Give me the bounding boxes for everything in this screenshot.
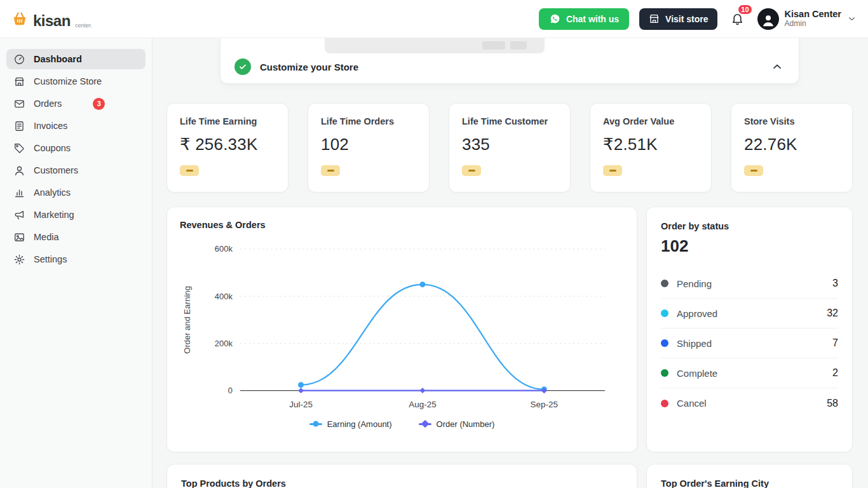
status-label: Complete — [677, 368, 717, 379]
stats-row: Life Time Earning ₹ 256.33K Life Time Or… — [166, 103, 853, 193]
trend-pill — [744, 165, 763, 176]
chevron-down-icon — [847, 14, 857, 24]
sidebar-item-settings[interactable]: Settings — [6, 249, 146, 269]
user-name: Kisan Center — [785, 9, 841, 20]
status-dot — [661, 400, 668, 407]
top-earning-city-title: Top Order's Earning City — [661, 478, 838, 488]
chat-button-label: Chat with us — [566, 14, 619, 24]
ghost-chip — [510, 41, 527, 50]
revenues-orders-panel: Revenues & Orders 600k400k200k0Jul-25Aug… — [166, 207, 637, 452]
gear-icon — [13, 254, 25, 266]
sidebar-item-orders[interactable]: Orders 3 — [6, 93, 146, 114]
banner-title: Customize your Store — [260, 62, 358, 72]
legend-marker-line — [309, 423, 322, 425]
legend-marker-line — [419, 423, 431, 425]
status-dot — [661, 339, 668, 347]
avatar — [757, 8, 779, 30]
status-label: Shipped — [677, 338, 712, 349]
user-menu[interactable]: Kisan Center Admin — [757, 8, 857, 30]
stat-label: Life Time Customer — [462, 116, 557, 126]
svg-text:200k: 200k — [215, 339, 233, 348]
customize-store-header[interactable]: Customize your Store — [220, 57, 799, 83]
sidebar-item-coupons[interactable]: Coupons — [6, 138, 146, 158]
minus-icon — [609, 170, 616, 172]
sidebar-item-label: Analytics — [34, 187, 71, 198]
legend-item-orders[interactable]: Order (Number) — [419, 419, 495, 429]
stat-card-lifetime-earning: Life Time Earning ₹ 256.33K — [166, 103, 288, 193]
brand-suffix: center. — [75, 22, 92, 29]
status-panel-title: Order by status — [661, 221, 838, 231]
sidebar-item-analytics[interactable]: Analytics — [6, 182, 146, 203]
status-dot — [661, 369, 668, 377]
svg-text:0: 0 — [228, 386, 233, 395]
svg-text:Order and Earning: Order and Earning — [182, 286, 192, 354]
status-dot — [661, 280, 668, 287]
user-role: Admin — [785, 20, 841, 29]
revenue-orders-chart: 600k400k200k0Jul-25Aug-25Sep-25Order and… — [180, 235, 624, 418]
visit-store-label: Visit store — [665, 14, 708, 24]
status-label: Pending — [677, 278, 712, 289]
stat-card-avg-order-value: Avg Order Value ₹2.51K — [590, 103, 712, 193]
legend-item-earning[interactable]: Earning (Amount) — [309, 419, 392, 429]
minus-icon — [750, 170, 757, 172]
notifications-button[interactable]: 10 — [728, 9, 747, 29]
sidebar-item-marketing[interactable]: Marketing — [6, 205, 146, 225]
collapsed-panel-remnant — [325, 38, 545, 53]
svg-text:Aug-25: Aug-25 — [409, 400, 436, 409]
order-by-status-panel: Order by status 102 Pending 3 Approved 3… — [646, 207, 853, 452]
visit-store-button[interactable]: Visit store — [639, 8, 717, 30]
orders-count-badge: 3 — [93, 98, 105, 110]
trend-pill — [321, 165, 340, 176]
minus-icon — [186, 170, 193, 172]
trend-pill — [180, 165, 199, 176]
bottom-row: Top Products by Orders Top Order's Earni… — [166, 464, 853, 488]
brand-logo[interactable]: kisan center. — [10, 10, 92, 29]
stat-value: 102 — [321, 135, 416, 154]
sidebar-item-label: Orders — [34, 98, 62, 109]
sidebar-item-label: Dashboard — [34, 54, 82, 64]
stat-card-lifetime-customer: Life Time Customer 335 — [449, 103, 571, 193]
status-value: 32 — [827, 308, 838, 319]
stat-value: ₹ 256.33K — [180, 135, 275, 154]
whatsapp-icon — [549, 13, 561, 25]
minus-icon — [327, 170, 334, 172]
bar-chart-icon — [13, 187, 25, 199]
minus-icon — [468, 170, 475, 172]
sidebar-item-label: Settings — [34, 254, 67, 264]
storefront-icon — [648, 13, 660, 25]
sidebar-item-label: Coupons — [34, 143, 71, 153]
sidebar-item-dashboard[interactable]: Dashboard — [6, 49, 146, 69]
status-value: 7 — [832, 337, 838, 349]
status-row-shipped: Shipped 7 — [661, 329, 838, 358]
sidebar-item-invoices[interactable]: Invoices — [6, 116, 146, 136]
customize-store-banner: Customize your Store — [220, 38, 799, 84]
sidebar-item-customers[interactable]: Customers — [6, 160, 146, 180]
top-earning-city-panel: Top Order's Earning City — [646, 464, 853, 488]
sidebar-item-customize-store[interactable]: Customize Store — [6, 71, 146, 92]
status-value: 2 — [832, 367, 838, 379]
tag-icon — [13, 142, 25, 154]
trend-pill — [603, 165, 622, 176]
status-label: Approved — [677, 308, 717, 319]
status-dot — [661, 309, 668, 317]
topbar-actions: Chat with us Visit store 10 — [539, 8, 857, 30]
stat-value: 335 — [462, 135, 557, 154]
charts-row: Revenues & Orders 600k400k200k0Jul-25Aug… — [166, 207, 853, 452]
person-icon — [13, 165, 25, 177]
sidebar-item-media[interactable]: Media — [6, 227, 146, 247]
ghost-chip — [482, 41, 505, 50]
chevron-up-icon[interactable] — [771, 60, 783, 73]
image-icon — [13, 231, 25, 243]
legend-marker-diamond — [421, 420, 429, 428]
svg-text:Jul-25: Jul-25 — [289, 400, 313, 409]
stat-value: 22.76K — [744, 135, 839, 154]
sidebar-item-label: Invoices — [34, 121, 67, 131]
chat-with-us-button[interactable]: Chat with us — [539, 8, 629, 30]
stat-card-store-visits: Store Visits 22.76K — [731, 103, 853, 193]
stat-label: Life Time Orders — [321, 116, 416, 126]
mail-icon — [13, 98, 25, 110]
status-value: 58 — [827, 398, 838, 409]
stat-label: Avg Order Value — [603, 116, 698, 126]
sidebar: Dashboard Customize Store Orders 3 Invoi… — [0, 38, 153, 488]
notification-count-badge: 10 — [737, 4, 752, 15]
